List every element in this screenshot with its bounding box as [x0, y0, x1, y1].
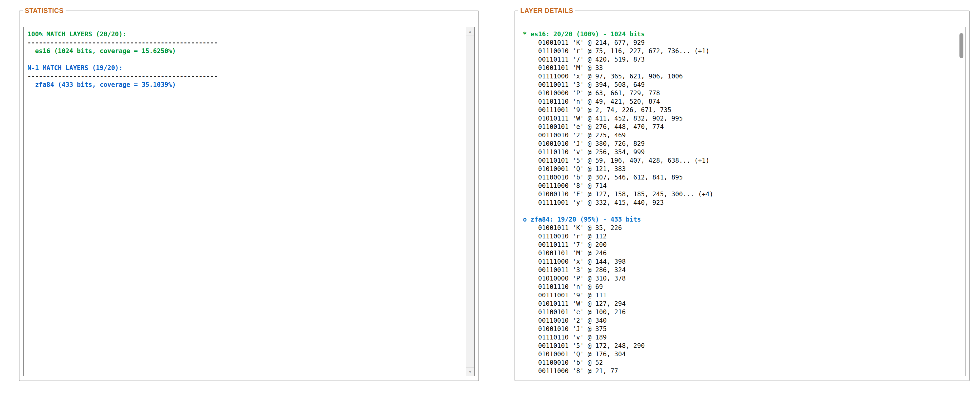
statistics-line: ----------------------------------------… — [27, 38, 461, 47]
layer-section-header: o zfa84: 19/20 (95%) - 433 bits — [523, 215, 952, 224]
layer-entry: 00110101 '5' @ 59, 196, 407, 428, 638...… — [523, 156, 952, 165]
scrollbar-thumb[interactable] — [959, 33, 963, 58]
layer-details-text: * es16: 20/20 (100%) - 1024 bits01001011… — [519, 27, 956, 376]
arrow-up-icon: ▲ — [468, 29, 472, 34]
layer-entry: 01111001 'y' @ 332, 415, 440, 923 — [523, 198, 952, 207]
layer-entry: 01100101 'e' @ 276, 448, 470, 774 — [523, 123, 952, 131]
layer-entry: 01001101 'M' @ 246 — [523, 249, 952, 257]
scroll-up-button[interactable]: ▲ — [466, 27, 474, 36]
layer-entry: 01110010 'r' @ 75, 116, 227, 672, 736...… — [523, 47, 952, 55]
layer-entry: 01010111 'W' @ 127, 294 — [523, 300, 952, 308]
statistics-panel-title: STATISTICS — [23, 7, 65, 14]
arrow-down-icon: ▼ — [468, 370, 472, 374]
statistics-textbox[interactable]: 100% MATCH LAYERS (20/20):--------------… — [23, 27, 475, 376]
layer-entry: 01110110 'v' @ 256, 354, 999 — [523, 148, 952, 156]
statistics-scrollbar[interactable]: ▲ ▼ — [466, 27, 474, 376]
statistics-line: 100% MATCH LAYERS (20/20): — [27, 30, 461, 38]
layer-entry: 00110011 '3' @ 394, 508, 649 — [523, 81, 952, 89]
layer-entry: 01110110 'v' @ 189 — [523, 333, 952, 341]
layer-entry: 00110011 '3' @ 286, 324 — [523, 266, 952, 274]
layer-entry: 00111000 '8' @ 714 — [523, 182, 952, 190]
layer-entry: 00110010 '2' @ 340 — [523, 316, 952, 325]
layer-entry: 00110101 '5' @ 172, 248, 290 — [523, 341, 952, 350]
layer-entry: 00111001 '9' @ 2, 74, 226, 671, 735 — [523, 106, 952, 114]
layer-details-panel: LAYER DETAILS * es16: 20/20 (100%) - 102… — [514, 11, 970, 381]
layer-entry: 01100010 'b' @ 307, 546, 612, 841, 895 — [523, 173, 952, 182]
scroll-down-button[interactable]: ▼ — [466, 367, 474, 376]
statistics-text: 100% MATCH LAYERS (20/20):--------------… — [24, 27, 465, 376]
layer-details-scrollbar[interactable] — [956, 27, 965, 376]
layer-entry: 01000110 'F' @ 127, 158, 185, 245, 300..… — [523, 190, 952, 198]
layer-entry: 01001011 'K' @ 35, 226 — [523, 224, 952, 232]
layer-entry: 01001010 'J' @ 375 — [523, 325, 952, 333]
layer-details-textbox[interactable]: * es16: 20/20 (100%) - 1024 bits01001011… — [519, 27, 966, 376]
layer-entry: 01110010 'r' @ 112 — [523, 232, 952, 241]
statistics-panel: STATISTICS 100% MATCH LAYERS (20/20):---… — [19, 11, 479, 381]
layer-entry: 01101110 'n' @ 69 — [523, 282, 952, 291]
statistics-line: zfa84 (433 bits, coverage = 35.1039%) — [27, 81, 461, 89]
layer-entry: 00111001 '9' @ 111 — [523, 291, 952, 300]
layer-entry: 01010111 'W' @ 411, 452, 832, 902, 995 — [523, 114, 952, 123]
layer-details-panel-title: LAYER DETAILS — [518, 7, 575, 14]
layer-entry: 01010000 'P' @ 310, 378 — [523, 274, 952, 282]
statistics-line: N-1 MATCH LAYERS (19/20): — [27, 64, 461, 72]
statistics-line — [27, 55, 461, 64]
layer-entry: 00110010 '2' @ 275, 469 — [523, 131, 952, 140]
layer-entry: 01111000 'x' @ 144, 398 — [523, 257, 952, 266]
layer-entry: 00110111 '7' @ 420, 519, 873 — [523, 55, 952, 64]
layer-entry: 01111000 'x' @ 97, 365, 621, 906, 1006 — [523, 72, 952, 81]
layer-entry: 00110111 '7' @ 200 — [523, 241, 952, 249]
layer-entry: 01010000 'P' @ 63, 661, 729, 778 — [523, 89, 952, 97]
layer-entry: 01001011 'K' @ 214, 677, 929 — [523, 38, 952, 47]
layer-section-header: * es16: 20/20 (100%) - 1024 bits — [523, 30, 952, 38]
statistics-line: es16 (1024 bits, coverage = 15.6250%) — [27, 47, 461, 55]
blank-line — [523, 207, 952, 215]
statistics-line: ----------------------------------------… — [27, 72, 461, 81]
layer-entry: 01010001 'Q' @ 121, 383 — [523, 165, 952, 173]
layer-entry: 00111000 '8' @ 21, 77 — [523, 367, 952, 375]
layer-entry: 01101110 'n' @ 49, 421, 520, 874 — [523, 97, 952, 106]
layer-entry: 01100101 'e' @ 100, 216 — [523, 308, 952, 316]
layer-entry: 01001010 'J' @ 380, 726, 829 — [523, 140, 952, 148]
layer-entry: 01010001 'Q' @ 176, 304 — [523, 350, 952, 359]
layer-entry: 01100010 'b' @ 52 — [523, 359, 952, 367]
layer-entry: 01001101 'M' @ 33 — [523, 64, 952, 72]
